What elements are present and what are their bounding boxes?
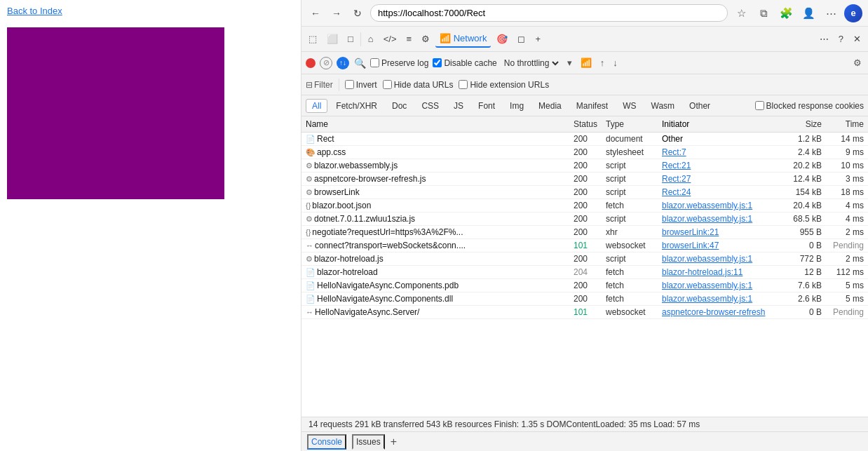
filter-button[interactable]: ⊟ Filter [306, 80, 333, 90]
initiator-link[interactable]: Rect:7 [662, 147, 686, 157]
type-tab-img[interactable]: Img [503, 99, 530, 113]
devtools-tab-welcome[interactable]: ⌂ [364, 31, 378, 47]
devtools-tab-dom[interactable]: ≡ [402, 31, 416, 47]
cell-initiator[interactable]: browserLink:47 [658, 239, 777, 253]
back-button[interactable]: ← [307, 5, 324, 22]
hide-ext-urls-checkbox[interactable] [459, 80, 468, 89]
devtools-tab-app[interactable]: ◻ [513, 31, 529, 47]
throttle-select[interactable]: No throttlingFast 3GSlow 3GOfflineCustom [501, 58, 561, 69]
import-button[interactable]: ↓ [611, 57, 620, 69]
initiator-link[interactable]: Rect:27 [662, 174, 691, 184]
hide-ext-urls-label[interactable]: Hide extension URLs [459, 80, 549, 90]
preserve-log-checkbox[interactable] [370, 58, 379, 67]
url-bar[interactable] [370, 4, 728, 22]
blocked-response-cookies-label[interactable]: Blocked response cookies [755, 101, 864, 111]
table-row[interactable]: {}negotiate?requestUrl=https%3A%2F%...20… [301, 226, 868, 239]
cell-initiator[interactable]: blazor-hotreload.js:11 [658, 266, 777, 279]
split-button[interactable]: ⧉ [754, 4, 773, 22]
table-row[interactable]: ⚙aspnetcore-browser-refresh.js200scriptR… [301, 173, 868, 186]
add-tab-button[interactable]: + [391, 436, 397, 447]
devtools-help-button[interactable]: ? [834, 31, 848, 47]
throttle-dropdown[interactable]: ▾ [565, 57, 574, 69]
initiator-link[interactable]: Rect:24 [662, 187, 691, 197]
devtools-tab-target[interactable]: 🎯 [492, 31, 512, 47]
menu-button[interactable]: ⋯ [822, 4, 840, 22]
record-button[interactable] [306, 58, 316, 68]
network-settings[interactable]: ⚙ [851, 57, 864, 69]
cell-initiator[interactable]: aspnetcore-browser-refresh [658, 306, 777, 319]
table-row[interactable]: ⚙blazor-hotreload.js200scriptblazor.weba… [301, 253, 868, 266]
col-header-initiator[interactable]: Initiator [658, 116, 777, 133]
col-header-name[interactable]: Name [301, 116, 569, 133]
col-header-status[interactable]: Status [569, 116, 602, 133]
table-row[interactable]: ↔connect?transport=webSockets&conn....10… [301, 239, 868, 253]
type-tab-manifest[interactable]: Manifest [570, 99, 614, 113]
search-button[interactable]: 🔍 [353, 57, 366, 69]
initiator-link[interactable]: aspnetcore-browser-refresh [662, 307, 765, 317]
disable-cache-checkbox[interactable] [433, 58, 442, 67]
devtools-tab-inspector[interactable]: ⬚ [304, 31, 321, 47]
initiator-link[interactable]: blazor.webassembly.js:1 [662, 294, 752, 304]
devtools-tab-more[interactable]: + [531, 31, 545, 47]
type-tab-all[interactable]: All [306, 99, 327, 113]
initiator-link[interactable]: browserLink:21 [662, 227, 719, 237]
invert-label[interactable]: Invert [345, 80, 377, 90]
type-tab-ws[interactable]: WS [616, 99, 642, 113]
initiator-link[interactable]: blazor.webassembly.js:1 [662, 281, 752, 290]
type-tab-fetch-xhr[interactable]: Fetch/XHR [330, 99, 384, 113]
devtools-tab-network[interactable]: 📶 Network [435, 30, 491, 48]
devtools-tab-console[interactable]: ⬜ [323, 31, 342, 47]
cell-initiator[interactable]: Rect:24 [658, 186, 777, 199]
console-tab-issues[interactable]: Issues [352, 434, 385, 450]
offline-badge[interactable]: ↑↓ [337, 57, 349, 69]
extensions-button[interactable]: 🧩 [777, 4, 795, 22]
invert-checkbox[interactable] [345, 80, 354, 89]
table-row[interactable]: {}blazor.boot.json200fetchblazor.webasse… [301, 199, 868, 213]
initiator-link[interactable]: browserLink:47 [662, 241, 719, 250]
type-tab-other[interactable]: Other [683, 99, 717, 113]
console-tab-console[interactable]: Console [307, 434, 346, 450]
clear-button[interactable]: ⊘ [320, 57, 332, 69]
back-link[interactable]: Back to Index [0, 0, 301, 22]
devtools-tab-perf[interactable]: ⚙ [417, 31, 434, 47]
devtools-tab-elements[interactable]: </> [379, 31, 401, 47]
forward-button[interactable]: → [328, 5, 345, 22]
cell-initiator[interactable]: blazor.webassembly.js:1 [658, 279, 777, 292]
initiator-link[interactable]: blazor-hotreload.js:11 [662, 267, 742, 277]
cell-initiator[interactable]: Rect:7 [658, 146, 777, 159]
cell-initiator[interactable]: blazor.webassembly.js:1 [658, 213, 777, 226]
initiator-link[interactable]: blazor.webassembly.js:1 [662, 254, 752, 264]
table-row[interactable]: ⚙blazor.webassembly.js200scriptRect:2120… [301, 159, 868, 173]
table-row[interactable]: 📄HelloNavigateAsync.Components.pdb200fet… [301, 279, 868, 292]
devtools-tab-sources[interactable]: □ [344, 31, 358, 47]
cell-initiator[interactable]: blazor.webassembly.js:1 [658, 253, 777, 266]
type-tab-media[interactable]: Media [532, 99, 568, 113]
type-tab-wasm[interactable]: Wasm [645, 99, 681, 113]
hide-data-urls-label[interactable]: Hide data URLs [383, 80, 454, 90]
type-tab-css[interactable]: CSS [415, 99, 445, 113]
table-row[interactable]: ⚙dotnet.7.0.11.zwluu1szia.js200scriptbla… [301, 213, 868, 226]
devtools-close-button[interactable]: ✕ [849, 31, 865, 47]
col-header-size[interactable]: Size [777, 116, 826, 133]
cell-initiator[interactable]: blazor.webassembly.js:1 [658, 199, 777, 213]
table-row[interactable]: ↔HelloNavigateAsync.Server/101websocketa… [301, 306, 868, 319]
cell-initiator[interactable]: Rect:27 [658, 173, 777, 186]
cell-initiator[interactable]: browserLink:21 [658, 226, 777, 239]
initiator-link[interactable]: blazor.webassembly.js:1 [662, 201, 752, 210]
hide-data-urls-checkbox[interactable] [383, 80, 392, 89]
initiator-link[interactable]: blazor.webassembly.js:1 [662, 214, 752, 224]
devtools-more-button[interactable]: ⋯ [815, 31, 833, 47]
blocked-response-cookies-checkbox[interactable] [755, 101, 764, 110]
table-row[interactable]: 📄Rect200documentOther1.2 kB14 ms [301, 133, 868, 146]
type-tab-font[interactable]: Font [472, 99, 501, 113]
cell-initiator[interactable]: Rect:21 [658, 159, 777, 173]
profile-button[interactable]: 👤 [799, 4, 818, 22]
type-tab-js[interactable]: JS [447, 99, 470, 113]
table-row[interactable]: 📄blazor-hotreload204fetchblazor-hotreloa… [301, 266, 868, 279]
refresh-button[interactable]: ↻ [349, 5, 366, 22]
type-tab-doc[interactable]: Doc [386, 99, 413, 113]
preserve-log-label[interactable]: Preserve log [370, 58, 428, 68]
col-header-time[interactable]: Time [826, 116, 868, 133]
table-row[interactable]: 📄HelloNavigateAsync.Components.dll200fet… [301, 292, 868, 306]
table-row[interactable]: ⚙browserLink200scriptRect:24154 kB18 ms [301, 186, 868, 199]
